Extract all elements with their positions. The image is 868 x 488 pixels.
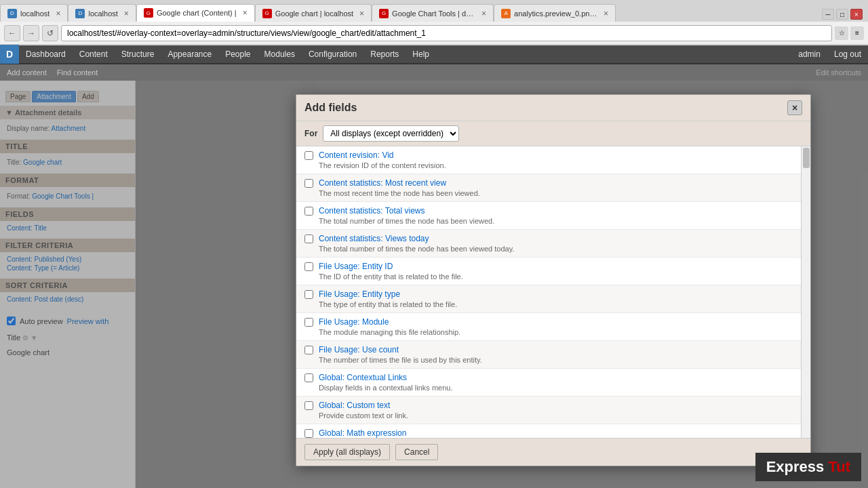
browser-tab-6[interactable]: A analytics.preview_0.png ... × <box>494 4 616 22</box>
sidebar-tab-page[interactable]: Page <box>5 91 31 102</box>
field-row: Content statistics: Most recent viewThe … <box>296 174 810 202</box>
for-label: For <box>304 129 317 138</box>
sidebar-attachment-details-label: Attachment details <box>15 108 81 117</box>
field-checkbox-4[interactable] <box>304 262 313 271</box>
field-name-5[interactable]: File Usage: Entity type <box>319 289 400 299</box>
shortcut-add-content[interactable]: Add content <box>7 68 47 77</box>
cancel-button[interactable]: Cancel <box>395 444 438 460</box>
field-name-7[interactable]: File Usage: Use count <box>319 345 399 354</box>
address-bar-input[interactable] <box>61 25 832 41</box>
field-row: Global: Custom textProvide custom text o… <box>296 396 810 424</box>
field-name-4[interactable]: File Usage: Entity ID <box>319 262 393 271</box>
tab-close-6[interactable]: × <box>604 9 608 18</box>
shortcut-find-content[interactable]: Find content <box>57 68 98 77</box>
toolbar-link-people[interactable]: People <box>218 45 257 64</box>
browser-tab-4[interactable]: G Google chart | localhost × <box>255 4 372 22</box>
scrollbar-thumb[interactable] <box>803 148 810 168</box>
sidebar-filter-published[interactable]: Content: Published (Yes) <box>7 256 128 263</box>
tab-label-6: analytics.preview_0.png ... <box>514 9 597 18</box>
tab-label-1: localhost <box>20 9 50 18</box>
toolbar-link-structure[interactable]: Structure <box>115 45 161 64</box>
reload-button[interactable]: ↺ <box>42 25 58 41</box>
field-desc-1: The most recent time the node has been v… <box>304 189 802 197</box>
field-name-1[interactable]: Content statistics: Most recent view <box>319 178 446 188</box>
tab-favicon-4: G <box>262 9 272 18</box>
watermark: Express Tut <box>755 453 861 481</box>
field-row-top: Content statistics: Most recent view <box>304 178 802 188</box>
shortcuts-edit-link[interactable]: Edit shortcuts <box>816 68 861 77</box>
scrollbar-track[interactable] <box>801 146 810 438</box>
preview-with-link[interactable]: Preview with <box>67 317 109 325</box>
field-checkbox-0[interactable] <box>304 151 313 160</box>
drupal-logo: D <box>0 45 19 64</box>
sidebar-format-value[interactable]: Google Chart Tools | <box>32 192 94 200</box>
toolbar-logout-link[interactable]: Log out <box>827 49 868 59</box>
sidebar-tab-add[interactable]: Add <box>77 91 99 102</box>
browser-tab-3[interactable]: G Google chart (Content) | × <box>136 4 255 22</box>
sidebar-fields-title[interactable]: Content: Title <box>7 224 128 232</box>
field-name-2[interactable]: Content statistics: Total views <box>319 206 425 216</box>
field-checkbox-1[interactable] <box>304 179 313 188</box>
browser-tab-5[interactable]: G Google Chart Tools | dru... × <box>372 4 494 22</box>
sidebar-title-value[interactable]: Google chart <box>23 159 62 166</box>
back-button[interactable]: ← <box>4 25 20 41</box>
field-name-0[interactable]: Content revision: Vid <box>319 150 394 160</box>
toolbar-link-configuration[interactable]: Configuration <box>302 45 363 64</box>
toolbar-link-dashboard[interactable]: Dashboard <box>19 45 73 64</box>
tab-label-2: localhost <box>88 9 117 18</box>
tab-favicon-3: G <box>144 8 153 18</box>
triangle-icon: ▼ <box>5 108 13 117</box>
sidebar-format-label: Format: <box>7 192 32 200</box>
toolbar-link-appearance[interactable]: Appearance <box>161 45 218 64</box>
field-checkbox-7[interactable] <box>304 346 313 354</box>
apply-button[interactable]: Apply (all displays) <box>304 444 390 460</box>
toolbar-link-help[interactable]: Help <box>406 45 436 64</box>
dialog-close-button[interactable]: × <box>787 100 802 115</box>
tab-close-3[interactable]: × <box>243 8 248 18</box>
sidebar-sort-postdate[interactable]: Content: Post date (desc) <box>7 296 128 303</box>
sidebar-filter-type[interactable]: Content: Type (= Article) <box>7 264 128 272</box>
toolbar-right: admin Log out <box>791 49 868 59</box>
sidebar-attachment-details-header: ▼ Attachment details <box>0 106 135 119</box>
close-window-btn[interactable]: × <box>850 9 863 20</box>
for-select[interactable]: All displays (except overridden) <box>323 125 459 142</box>
maximize-btn[interactable]: □ <box>836 9 848 20</box>
minimize-btn[interactable]: ─ <box>822 9 834 20</box>
browser-menu-icon[interactable]: ≡ <box>850 26 864 40</box>
watermark-text1: Express <box>766 458 825 475</box>
tab-close-5[interactable]: × <box>481 9 486 18</box>
google-chart-text: Google chart <box>7 348 50 357</box>
field-checkbox-8[interactable] <box>304 373 313 382</box>
browser-tab-1[interactable]: D localhost × <box>0 4 68 22</box>
toolbar-link-modules[interactable]: Modules <box>258 45 302 64</box>
field-checkbox-2[interactable] <box>304 207 313 216</box>
field-name-10[interactable]: Global: Math expression <box>319 428 406 438</box>
browser-tab-2[interactable]: D localhost × <box>68 4 136 22</box>
sidebar-view-title: Title ⚙ ▼ <box>0 329 135 346</box>
field-checkbox-6[interactable] <box>304 318 313 327</box>
field-checkbox-5[interactable] <box>304 290 313 299</box>
field-checkbox-10[interactable] <box>304 429 313 438</box>
field-name-9[interactable]: Global: Custom text <box>319 401 390 410</box>
field-name-6[interactable]: File Usage: Module <box>319 317 389 327</box>
toolbar-link-content[interactable]: Content <box>73 45 115 64</box>
toolbar-link-reports[interactable]: Reports <box>363 45 406 64</box>
sidebar-tab-attachment[interactable]: Attachment <box>32 91 76 102</box>
field-checkbox-9[interactable] <box>304 401 313 410</box>
tab-close-1[interactable]: × <box>56 9 60 18</box>
auto-preview-checkbox[interactable] <box>7 317 16 325</box>
watermark-text2: Tut <box>828 458 850 475</box>
field-name-3[interactable]: Content statistics: Views today <box>319 234 429 243</box>
field-checkbox-3[interactable] <box>304 235 313 243</box>
field-name-8[interactable]: Global: Contextual Links <box>319 373 407 382</box>
drupal-toolbar: D Dashboard Content Structure Appearance… <box>0 45 868 64</box>
display-name-value[interactable]: Attachment <box>52 125 86 132</box>
bookmark-icon[interactable]: ☆ <box>835 26 848 40</box>
address-bar-icons: ☆ ≡ <box>835 26 864 40</box>
tab-close-2[interactable]: × <box>124 9 129 18</box>
page-content: Add fields × For All displays (except ov… <box>136 81 868 488</box>
field-desc-7: The number of times the file is used by … <box>304 356 802 364</box>
auto-preview-row: Auto preview Preview with <box>0 313 135 329</box>
forward-button[interactable]: → <box>23 25 39 41</box>
tab-close-4[interactable]: × <box>359 9 364 18</box>
